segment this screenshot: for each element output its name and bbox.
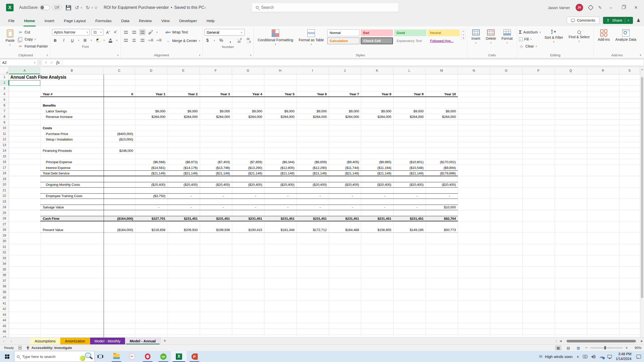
cell-I4[interactable]: Year 6 [297, 92, 329, 97]
accounting-dropdown-icon[interactable]: ∨ [214, 39, 215, 42]
minimize-button[interactable]: – [607, 5, 614, 10]
cell-H28[interactable]: $181,348 [264, 227, 296, 233]
bold-button[interactable]: B [52, 37, 58, 43]
scroll-left-icon[interactable]: ◀ [559, 339, 561, 343]
cell-J24[interactable]: - [329, 205, 361, 210]
autosave-control[interactable]: AutoSave Off [19, 5, 62, 10]
taskbar-search-input[interactable]: Type here to search [14, 351, 95, 362]
formula-bar-handle[interactable]: ⋮ [38, 58, 42, 67]
cell-F20[interactable]: ($20,400) [200, 182, 232, 188]
column-header-O[interactable]: O [490, 67, 522, 74]
cell-E8[interactable]: $264,000 [167, 114, 199, 120]
cell-K22[interactable]: - [361, 193, 393, 199]
cell-I26[interactable]: $231,451 [297, 216, 329, 222]
task-view-button[interactable] [95, 351, 106, 362]
clock[interactable]: 3:48 PM 1/14/2024 [616, 352, 631, 361]
search-input[interactable]: Search [252, 3, 399, 12]
font-color-dropdown-icon[interactable]: ∨ [116, 39, 118, 41]
row-header-10[interactable]: 10 [0, 125, 9, 131]
cell-M17[interactable]: ($9,894) [426, 165, 458, 171]
cell-C28[interactable]: ($164,000) [104, 227, 135, 233]
cell-G24[interactable]: - [232, 205, 264, 210]
borders-icon[interactable]: ⊞ [82, 37, 88, 43]
paste-button[interactable]: Paste ∨ [4, 28, 17, 48]
insert-cells-button[interactable]: Insert∨ [469, 28, 482, 46]
row-header-15[interactable]: 15 [0, 154, 9, 159]
row-header-13[interactable]: 13 [0, 142, 9, 148]
cell-L28[interactable]: $149,195 [393, 227, 425, 233]
row-header-23[interactable]: 23 [0, 199, 9, 205]
row-header-22[interactable]: 22 [0, 193, 9, 199]
cell-F18[interactable]: ($21,149) [200, 171, 232, 176]
column-header-A[interactable]: A [9, 67, 40, 74]
cell-E24[interactable]: - [167, 205, 199, 210]
cell-I28[interactable]: $172,712 [297, 227, 329, 233]
cell-F16[interactable]: ($7,403) [200, 159, 232, 165]
row-header-20[interactable]: 20 [0, 182, 9, 188]
cell-style-check-cell[interactable]: Check Cell [361, 37, 393, 44]
increase-indent-icon[interactable]: ⇨☰ [156, 37, 162, 43]
row-header-40[interactable]: 40 [0, 295, 9, 301]
cell-H26[interactable]: $231,451 [264, 216, 296, 222]
cell-K8[interactable]: $264,000 [361, 114, 393, 120]
cell-E17[interactable]: ($14,176) [167, 165, 199, 171]
column-header-J[interactable]: J [329, 67, 361, 74]
cell-F22[interactable]: - [200, 193, 232, 199]
cell-B7[interactable]: Labor Savings [40, 108, 104, 114]
cell-I18[interactable]: ($21,149) [297, 171, 329, 176]
increase-font-icon[interactable]: Aˆ [105, 29, 111, 35]
paste-dropdown-icon[interactable]: ∨ [9, 43, 11, 46]
orientation-dropdown-icon[interactable]: ∨ [156, 31, 158, 33]
copy-dropdown-icon[interactable]: ∨ [34, 38, 36, 40]
cell-E26[interactable]: $231,451 [167, 216, 199, 222]
cell-F24[interactable]: - [200, 205, 232, 210]
cell-I16[interactable]: ($8,859) [297, 159, 329, 165]
cell-E22[interactable]: - [167, 193, 199, 199]
speaker-icon[interactable]: ◂))) [591, 354, 595, 358]
saved-status-dropdown-icon[interactable]: ∨ [204, 6, 206, 9]
sort-filter-button[interactable]: AZ▼ Sort & Filter∨ [542, 28, 565, 44]
row-header-9[interactable]: 9 [0, 120, 9, 125]
format-cells-button[interactable]: Format∨ [499, 28, 514, 46]
cell-F7[interactable]: $9,000 [200, 108, 232, 114]
cell-B17[interactable]: Interest Expense [40, 165, 104, 171]
ribbon-tab-data[interactable]: Data [116, 15, 134, 26]
orientation-icon[interactable]: ab↗ [147, 28, 155, 36]
row-header-30[interactable]: 30 [0, 239, 9, 244]
decrease-indent-icon[interactable]: ⇦☰ [148, 37, 154, 43]
row-header-18[interactable]: 18 [0, 171, 9, 176]
decrease-font-icon[interactable]: Aˇ [112, 29, 118, 35]
cell-M7[interactable]: $9,000 [426, 108, 458, 114]
cell-style-bad[interactable]: Bad [361, 29, 393, 36]
cell-E28[interactable]: $209,933 [167, 227, 199, 233]
enter-formula-icon[interactable]: ✓ [50, 60, 53, 65]
cancel-formula-icon[interactable]: × [45, 60, 47, 65]
row-header-47[interactable]: 47 [0, 335, 9, 337]
column-header-G[interactable]: G [232, 67, 264, 74]
row-header-16[interactable]: 16 [0, 159, 9, 165]
format-painter-button[interactable]: ✏Format Painter [18, 43, 48, 50]
column-header-F[interactable]: F [200, 67, 232, 74]
cell-I17[interactable]: ($12,290) [297, 165, 329, 171]
row-header-45[interactable]: 45 [0, 323, 9, 329]
page-break-view-icon[interactable]: ▥ [575, 345, 582, 350]
horizontal-scroll-thumb[interactable] [567, 340, 636, 342]
customize-quick-access-icon[interactable]: ⋁ [95, 6, 97, 9]
row-header-33[interactable]: 33 [0, 255, 9, 261]
cell-L17[interactable]: ($10,548) [393, 165, 425, 171]
new-sheet-button[interactable]: + [160, 338, 169, 344]
cell-A1[interactable]: Annual Cash Flow Analysis [9, 74, 40, 80]
cell-B20[interactable]: Ongoing Monthly Costs [40, 182, 104, 188]
cell-H7[interactable]: $9,000 [264, 108, 296, 114]
cell-C11[interactable]: ($400,000) [104, 131, 135, 137]
sheet-nav-right-icon[interactable]: › [8, 338, 15, 344]
cell-M26[interactable]: $82,704 [426, 216, 458, 222]
name-box[interactable]: A2 ∨ [0, 59, 38, 66]
ribbon-tab-file[interactable]: File [4, 15, 19, 26]
row-header-7[interactable]: 7 [0, 108, 9, 114]
cell-B8[interactable]: Revenue Increase [40, 114, 104, 120]
cell-D7[interactable]: $9,000 [135, 108, 167, 114]
excel-app-icon[interactable]: X [6, 4, 14, 11]
scroll-up-icon[interactable]: ▲ [641, 67, 643, 71]
merge-center-button[interactable]: ↔Merge & Center∨ [166, 37, 200, 44]
